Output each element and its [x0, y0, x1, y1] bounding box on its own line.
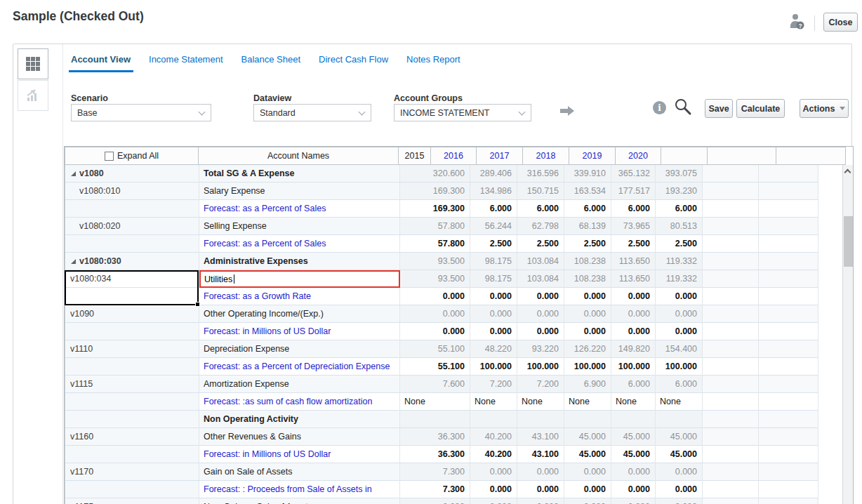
value-cell[interactable]: 150.715 [517, 183, 564, 200]
value-cell[interactable]: 339.910 [564, 165, 611, 183]
account-name-cell[interactable]: Selling Expense [199, 218, 400, 235]
value-cell[interactable]: 103.084 [517, 253, 564, 270]
value-cell[interactable]: 45.000 [656, 446, 703, 463]
value-cell[interactable]: 169.300 [400, 183, 470, 200]
empty-cell[interactable] [759, 288, 818, 305]
value-cell[interactable]: 0.000 [470, 481, 517, 498]
value-cell[interactable]: 45.000 [564, 446, 611, 463]
value-cell[interactable]: None [400, 393, 470, 411]
value-cell[interactable]: 98.175 [470, 253, 517, 270]
account-name-cell[interactable]: Utilities [199, 270, 400, 288]
value-cell[interactable]: 43.100 [517, 446, 564, 463]
value-cell[interactable]: 7.200 [470, 376, 517, 393]
value-cell[interactable]: 40.200 [470, 446, 517, 463]
empty-cell[interactable] [759, 358, 818, 376]
value-cell[interactable]: 100.000 [656, 358, 703, 376]
value-cell[interactable]: 0.000 [564, 463, 611, 481]
forecast-method-link[interactable]: Forecast: as a Percent of Sales [199, 235, 400, 253]
empty-cell[interactable] [759, 376, 818, 393]
actions-button[interactable]: Actions [800, 99, 849, 118]
value-cell[interactable]: 393.075 [656, 165, 703, 183]
value-cell[interactable]: 36.300 [400, 446, 470, 463]
empty-cell[interactable] [759, 340, 818, 358]
empty-cell[interactable] [703, 165, 759, 183]
account-name-cell[interactable]: Gain on Sale of Assets [199, 463, 400, 481]
value-cell[interactable]: 0.000 [611, 463, 656, 481]
empty-cell[interactable] [759, 253, 818, 270]
empty-cell[interactable] [759, 235, 818, 253]
value-cell[interactable]: 6.000 [656, 200, 703, 218]
value-cell[interactable]: 103.084 [517, 270, 564, 288]
value-cell[interactable]: 100.000 [517, 358, 564, 376]
value-cell[interactable]: 0.000 [400, 323, 470, 340]
value-cell[interactable]: 0.000 [470, 323, 517, 340]
value-cell[interactable]: 0.000 [656, 498, 703, 504]
empty-cell[interactable] [703, 200, 759, 218]
tab-account-view[interactable]: Account View [71, 54, 131, 65]
empty-cell[interactable] [703, 411, 759, 428]
value-cell[interactable]: None [470, 393, 517, 411]
value-cell[interactable]: 0.000 [517, 463, 564, 481]
value-cell[interactable]: 7.300 [400, 463, 470, 481]
row-code-cell[interactable]: v1160 [65, 428, 199, 446]
value-cell[interactable]: 0.000 [564, 288, 611, 305]
value-cell[interactable]: 177.517 [611, 183, 656, 200]
empty-cell[interactable] [759, 463, 818, 481]
value-cell[interactable]: 0.000 [564, 323, 611, 340]
empty-cell[interactable] [759, 428, 818, 446]
row-code-cell[interactable] [65, 393, 199, 411]
value-cell[interactable]: 0.000 [400, 305, 470, 323]
row-code-cell[interactable] [65, 411, 199, 428]
value-cell[interactable]: 108.238 [564, 253, 611, 270]
empty-cell[interactable] [703, 218, 759, 235]
value-cell[interactable]: 2.500 [656, 235, 703, 253]
empty-cell[interactable] [703, 183, 759, 200]
collapse-triangle-icon[interactable] [71, 259, 76, 264]
tab-direct-cash-flow[interactable]: Direct Cash Flow [319, 54, 388, 65]
value-cell[interactable]: 154.400 [656, 340, 703, 358]
value-cell[interactable]: 45.000 [656, 428, 703, 446]
empty-cell[interactable] [759, 165, 818, 183]
account-name-cell[interactable]: Salary Expense [199, 183, 400, 200]
forecast-method-link[interactable]: Forecast: :as sum of cash flow amortizat… [199, 393, 400, 411]
scenario-select[interactable]: Base [71, 104, 211, 121]
search-icon[interactable] [674, 98, 692, 119]
value-cell[interactable]: 0.000 [656, 323, 703, 340]
value-cell[interactable]: 2.500 [470, 235, 517, 253]
save-button[interactable]: Save [705, 99, 733, 118]
value-cell[interactable]: 119.332 [656, 253, 703, 270]
dataview-select[interactable]: Standard [253, 104, 371, 121]
value-cell[interactable]: 100.000 [564, 358, 611, 376]
value-cell[interactable]: 45.000 [611, 446, 656, 463]
empty-cell[interactable] [759, 218, 818, 235]
scrollbar-thumb[interactable] [844, 216, 853, 267]
empty-cell[interactable] [703, 270, 759, 288]
value-cell[interactable]: 68.139 [564, 218, 611, 235]
value-cell[interactable]: 2.500 [611, 235, 656, 253]
value-cell[interactable]: 6.900 [564, 376, 611, 393]
value-cell[interactable]: 93.500 [400, 253, 470, 270]
value-cell[interactable]: 163.534 [564, 183, 611, 200]
value-cell[interactable]: 0.000 [400, 498, 470, 504]
user-status-icon[interactable]: ? [789, 13, 806, 34]
value-cell[interactable] [470, 411, 517, 428]
value-cell[interactable]: 119.332 [656, 270, 703, 288]
row-code-cell[interactable]: v1080:034 [65, 270, 199, 288]
value-cell[interactable]: 149.820 [611, 340, 656, 358]
year-header-2019[interactable]: 2019 [569, 147, 616, 165]
value-cell[interactable]: None [564, 393, 611, 411]
expand-all-checkbox[interactable] [105, 152, 114, 161]
empty-cell[interactable] [759, 498, 818, 504]
value-cell[interactable]: 193.230 [656, 183, 703, 200]
value-cell[interactable] [517, 411, 564, 428]
chart-view-button[interactable] [18, 80, 48, 111]
value-cell[interactable]: 73.965 [611, 218, 656, 235]
value-cell[interactable]: 0.000 [656, 481, 703, 498]
empty-cell[interactable] [703, 428, 759, 446]
value-cell[interactable]: 36.300 [400, 428, 470, 446]
value-cell[interactable]: 93.500 [400, 270, 470, 288]
value-cell[interactable] [656, 411, 703, 428]
value-cell[interactable]: 0.000 [517, 498, 564, 504]
value-cell[interactable]: 2.500 [517, 235, 564, 253]
row-code-cell[interactable]: v1175 [65, 498, 199, 504]
